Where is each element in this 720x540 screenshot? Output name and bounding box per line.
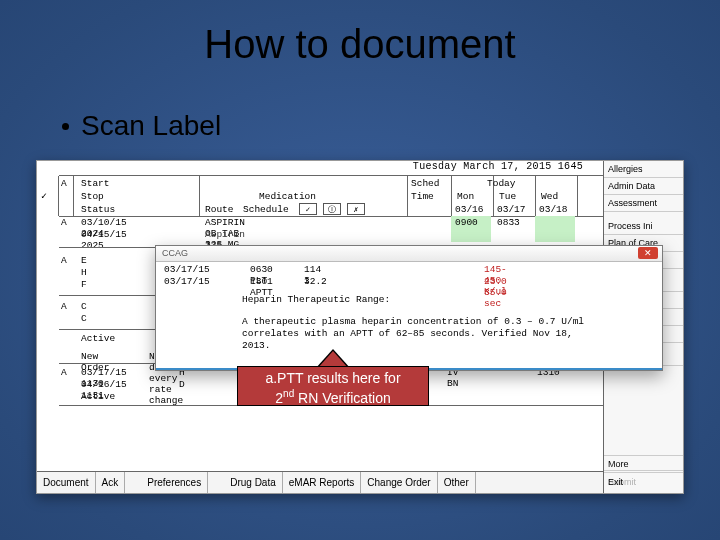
row-text: F [81, 279, 87, 290]
callout-line2-pre: 2 [275, 390, 283, 406]
sidebar-item-assessment[interactable]: Assessment [604, 195, 683, 212]
row-text: D [179, 379, 185, 390]
callout-box: a.PTT results here for 2nd RN Verificati… [237, 366, 429, 406]
col-A: A [61, 178, 67, 189]
col-d3: 03/18 [539, 204, 568, 215]
bullet-text: Scan Label [81, 110, 221, 142]
row-text: C [81, 301, 87, 312]
sidebar-more[interactable]: More [604, 455, 683, 472]
col-time: Time [411, 191, 434, 202]
col-today: Today [487, 178, 516, 189]
sidebar-exit[interactable]: Exit [604, 472, 683, 493]
row-A: A [61, 367, 67, 378]
check-column: ✓ [37, 176, 59, 216]
row-A: A [61, 301, 67, 312]
callout-line1: a.PTT results here for [265, 370, 400, 386]
toolbar-preferences[interactable]: Preferences [141, 472, 208, 493]
row-time-mon: 0900 [455, 217, 478, 228]
col-sched: Sched [411, 178, 440, 189]
col-schedule: Schedule [243, 204, 289, 215]
lab-date: 03/17/15 [164, 264, 210, 275]
toolbar-emar[interactable]: eMAR Reports [283, 472, 362, 493]
col-tue: Tue [499, 191, 516, 202]
col-status: Status [81, 204, 115, 215]
lab-date: 03/17/15 [164, 276, 210, 287]
emr-screenshot: Tuesday March 17, 2015 1645 Allergies Ad… [36, 160, 684, 494]
row-time-tue: 0833 [497, 217, 520, 228]
heparin-text-1: A therapeutic plasma heparin concentrati… [242, 316, 592, 327]
col-stop: Stop [81, 191, 104, 202]
sidebar-item-process[interactable]: Process Ini [604, 218, 683, 235]
filter-box-3[interactable]: ✗ [347, 203, 365, 215]
toolbar-other[interactable]: Other [438, 472, 476, 493]
lab-range: 23.0 35.0 sec [484, 276, 507, 309]
row-status: Active [81, 391, 115, 402]
col-route: Route [205, 204, 234, 215]
toolbar-changeorder[interactable]: Change Order [361, 472, 437, 493]
ccag-popup: CCAG ✕ 03/17/15 0630 PLT 114 I 145-450 K… [155, 245, 663, 371]
col-mon: Mon [457, 191, 474, 202]
toolbar-document[interactable]: Document [37, 472, 96, 493]
grid-header: ✓ A Start Stop Status Medication Route S… [59, 175, 603, 217]
slide-title: How to document [0, 22, 720, 67]
sidebar-item-allergies[interactable]: Allergies [604, 161, 683, 178]
popup-title-text: CCAG [162, 248, 188, 258]
heparin-text-3: 2013. [242, 340, 271, 351]
col-d2: 03/17 [497, 204, 526, 215]
row-A: A [61, 255, 67, 266]
callout-line2-sup: nd [283, 388, 294, 399]
row-A: A [61, 217, 67, 228]
filter-box-2[interactable]: Ⓘ [323, 203, 341, 215]
popup-titlebar: CCAG ✕ [156, 246, 662, 262]
filter-box-1[interactable]: ✓ [299, 203, 317, 215]
slide-bullet: Scan Label [62, 110, 221, 142]
bottom-toolbar: Document Ack Preferences Drug Data eMAR … [37, 471, 603, 493]
close-icon[interactable]: ✕ [638, 247, 658, 259]
timestamp-bar: Tuesday March 17, 2015 1645 [37, 161, 683, 175]
col-start: Start [81, 178, 110, 189]
cell-highlight-wed [535, 216, 575, 242]
row-text: E [81, 255, 87, 266]
sidebar-item-admindata[interactable]: Admin Data [604, 178, 683, 195]
col-medication: Medication [259, 191, 316, 202]
row-text: C [81, 313, 87, 324]
heparin-heading: Heparin Therapeutic Range: [242, 294, 390, 305]
lab-value: 32.2 [304, 276, 327, 287]
heparin-text-2: correlates with an APTT of 62–85 seconds… [242, 328, 592, 339]
bullet-icon [62, 123, 69, 130]
toolbar-drugdata[interactable]: Drug Data [224, 472, 283, 493]
col-wed: Wed [541, 191, 558, 202]
callout-line2-post: RN Verification [294, 390, 390, 406]
col-d1: 03/16 [455, 204, 484, 215]
check-icon: ✓ [41, 190, 47, 202]
row-status: Active [81, 333, 115, 344]
row-text: H [81, 267, 87, 278]
toolbar-ack[interactable]: Ack [96, 472, 126, 493]
